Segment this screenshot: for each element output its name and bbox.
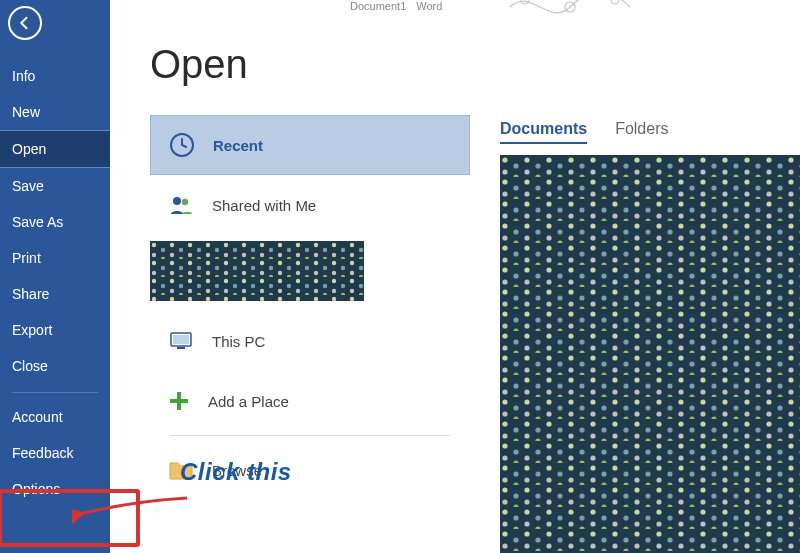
decorative-pattern-icon xyxy=(500,155,800,553)
folder-icon xyxy=(168,459,194,481)
nav-list: Info New Open Save Save As Print Share E… xyxy=(0,58,110,507)
back-arrow-icon xyxy=(16,14,34,32)
svg-point-4 xyxy=(173,197,181,205)
main-area: Document1 Word Open Recent Shared with M… xyxy=(110,0,800,553)
nav-label: Info xyxy=(12,68,35,84)
nav-export[interactable]: Export xyxy=(0,312,110,348)
nav-separator xyxy=(12,392,98,393)
nav-label: Print xyxy=(12,250,41,266)
svg-point-0 xyxy=(521,0,529,4)
app-name: Word xyxy=(416,0,442,10)
location-recent[interactable]: Recent xyxy=(150,115,470,175)
svg-point-5 xyxy=(182,199,188,205)
nav-new[interactable]: New xyxy=(0,94,110,130)
nav-saveas[interactable]: Save As xyxy=(0,204,110,240)
nav-account[interactable]: Account xyxy=(0,399,110,435)
svg-point-2 xyxy=(611,0,619,4)
location-label: Shared with Me xyxy=(212,197,316,214)
location-divider xyxy=(170,435,450,436)
location-shared[interactable]: Shared with Me xyxy=(150,175,470,235)
nav-label: Share xyxy=(12,286,49,302)
recent-preview xyxy=(500,155,800,553)
nav-label: Save xyxy=(12,178,44,194)
location-addplace[interactable]: Add a Place xyxy=(150,371,470,431)
nav-label: Feedback xyxy=(12,445,73,461)
doc-name: Document1 xyxy=(350,0,406,10)
location-list: Recent Shared with Me This PC Add a Plac… xyxy=(150,115,470,500)
decorative-pattern-icon xyxy=(150,241,364,301)
location-label: Recent xyxy=(213,137,263,154)
nav-label: Save As xyxy=(12,214,63,230)
nav-save[interactable]: Save xyxy=(0,168,110,204)
tab-label: Folders xyxy=(615,120,668,137)
nav-feedback[interactable]: Feedback xyxy=(0,435,110,471)
back-button[interactable] xyxy=(8,6,42,40)
svg-rect-22 xyxy=(500,155,800,553)
backstage-sidebar: Info New Open Save Save As Print Share E… xyxy=(0,0,110,553)
nav-label: Account xyxy=(12,409,63,425)
svg-rect-13 xyxy=(173,335,189,344)
swirl-decoration-icon xyxy=(500,0,640,22)
svg-rect-14 xyxy=(177,347,185,349)
location-label: This PC xyxy=(212,333,265,350)
tab-label: Documents xyxy=(500,120,587,137)
nav-label: Open xyxy=(12,141,46,157)
nav-label: Close xyxy=(12,358,48,374)
svg-rect-16 xyxy=(170,399,188,403)
thispc-icon xyxy=(168,328,194,354)
location-label: Browse xyxy=(212,462,262,479)
nav-options[interactable]: Options xyxy=(0,471,110,507)
recent-tabs: Documents Folders xyxy=(500,120,668,144)
nav-print[interactable]: Print xyxy=(0,240,110,276)
location-browse[interactable]: Browse xyxy=(150,440,470,500)
page-title: Open xyxy=(150,42,800,87)
nav-close[interactable]: Close xyxy=(0,348,110,384)
nav-info[interactable]: Info xyxy=(0,58,110,94)
add-icon xyxy=(168,390,190,412)
location-label: Add a Place xyxy=(208,393,289,410)
nav-label: Options xyxy=(12,481,60,497)
tab-documents[interactable]: Documents xyxy=(500,120,587,144)
nav-label: Export xyxy=(12,322,52,338)
svg-rect-11 xyxy=(150,241,364,301)
nav-label: New xyxy=(12,104,40,120)
clock-icon xyxy=(169,132,195,158)
location-thispc[interactable]: This PC xyxy=(150,311,470,371)
tab-folders[interactable]: Folders xyxy=(615,120,668,144)
nav-share[interactable]: Share xyxy=(0,276,110,312)
nav-open[interactable]: Open xyxy=(0,130,110,168)
people-icon xyxy=(168,192,194,218)
